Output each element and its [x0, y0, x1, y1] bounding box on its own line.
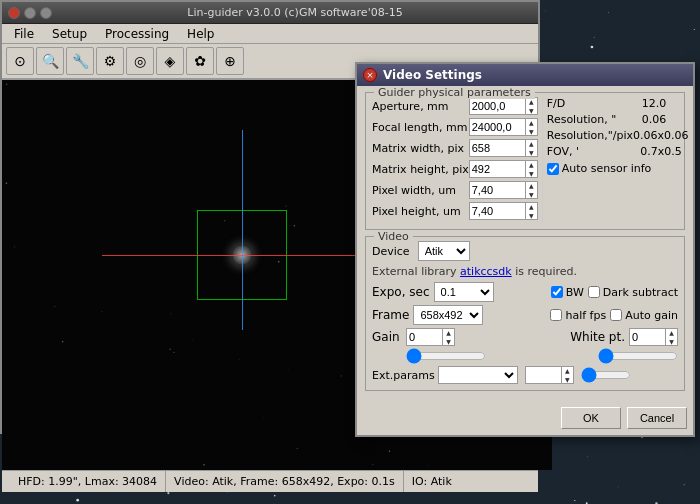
gain-down[interactable]: ▼	[443, 337, 454, 346]
pixel-width-row: Pixel width, um ▲ ▼	[372, 181, 538, 199]
video-settings-dialog: × Video Settings Guider physical paramet…	[355, 62, 695, 437]
menu-processing[interactable]: Processing	[97, 25, 177, 43]
main-window: Lin-guider v3.0.0 (c)GM software'08-15 F…	[0, 0, 700, 504]
pixel-width-label: Pixel width, um	[372, 184, 456, 197]
focal-length-row: Focal length, mm ▲ ▼	[372, 118, 538, 136]
cancel-button[interactable]: Cancel	[627, 407, 687, 429]
aperture-input[interactable]: ▲ ▼	[469, 97, 538, 115]
pixel-height-down[interactable]: ▼	[526, 211, 537, 220]
gain-slider[interactable]	[406, 349, 486, 363]
toolbar-btn-5[interactable]: ◎	[126, 47, 154, 75]
bw-label: BW	[566, 286, 584, 299]
ok-button[interactable]: OK	[561, 407, 621, 429]
toolbar-btn-6[interactable]: ◈	[156, 47, 184, 75]
aperture-field[interactable]	[470, 98, 525, 114]
white-pt-label: White pt.	[570, 330, 625, 344]
minimize-button[interactable]	[24, 7, 36, 19]
white-pt-input[interactable]: ▲ ▼	[629, 328, 678, 346]
pixel-height-up[interactable]: ▲	[526, 202, 537, 211]
matrix-height-down[interactable]: ▼	[526, 169, 537, 178]
expo-row: Expo, sec 0.1 0.5 1.0 BW Dark subtract	[372, 282, 678, 302]
ext-params-up[interactable]: ▲	[562, 366, 573, 375]
ext-params-down[interactable]: ▼	[562, 375, 573, 384]
dialog-close-button[interactable]: ×	[363, 68, 377, 82]
menu-help[interactable]: Help	[179, 25, 222, 43]
guider-params-fieldset: Guider physical parameters Aperture, mm …	[365, 92, 685, 230]
pixel-width-field[interactable]	[470, 182, 525, 198]
gain-up[interactable]: ▲	[443, 328, 454, 337]
resolution-label: Resolution, "	[547, 113, 617, 126]
resolution-pix-row: Resolution,"/pix 0.06x0.06	[547, 129, 682, 142]
matrix-width-field[interactable]	[470, 140, 525, 156]
white-pt-slider[interactable]	[598, 349, 678, 363]
guider-params-left: Aperture, mm ▲ ▼	[372, 97, 538, 223]
expo-select[interactable]: 0.1 0.5 1.0	[434, 282, 494, 302]
ext-params-value-field[interactable]	[526, 367, 561, 383]
menu-file[interactable]: File	[6, 25, 42, 43]
device-select[interactable]: Atik ZWO QHY	[418, 241, 470, 261]
menu-setup[interactable]: Setup	[44, 25, 95, 43]
focal-length-up[interactable]: ▲	[526, 118, 537, 127]
pixel-height-field[interactable]	[470, 203, 525, 219]
auto-sensor-checkbox[interactable]	[547, 163, 559, 175]
pixel-width-up[interactable]: ▲	[526, 181, 537, 190]
toolbar-btn-1[interactable]: ⊙	[6, 47, 34, 75]
focal-length-down[interactable]: ▼	[526, 127, 537, 136]
focal-length-input[interactable]: ▲ ▼	[469, 118, 538, 136]
matrix-height-up[interactable]: ▲	[526, 160, 537, 169]
ext-params-label: Ext.params	[372, 369, 435, 382]
status-hfd: HFD: 1.99", Lmax: 34084	[10, 471, 166, 492]
auto-sensor-label: Auto sensor info	[562, 162, 652, 175]
matrix-width-up[interactable]: ▲	[526, 139, 537, 148]
gain-field[interactable]	[407, 329, 442, 345]
white-pt-up[interactable]: ▲	[666, 328, 677, 337]
pixel-width-spin-arrows: ▲ ▼	[525, 181, 537, 199]
aperture-down[interactable]: ▼	[526, 106, 537, 115]
close-button[interactable]	[8, 7, 20, 19]
frame-select[interactable]: 658x492 320x240 640x480	[413, 305, 483, 325]
app-title: Lin-guider v3.0.0 (c)GM software'08-15	[58, 6, 532, 19]
ext-params-value-input[interactable]: ▲ ▼	[525, 366, 574, 384]
frame-label: Frame	[372, 308, 409, 322]
pixel-height-input[interactable]: ▲ ▼	[469, 202, 538, 220]
dialog-body: Guider physical parameters Aperture, mm …	[357, 86, 693, 403]
aperture-label: Aperture, mm	[372, 100, 449, 113]
gain-input[interactable]: ▲ ▼	[406, 328, 455, 346]
matrix-width-down[interactable]: ▼	[526, 148, 537, 157]
dialog-title-bar: × Video Settings	[357, 64, 693, 86]
matrix-width-row: Matrix width, pix ▲ ▼	[372, 139, 538, 157]
toolbar-btn-4[interactable]: ⚙	[96, 47, 124, 75]
resolution-value: 0.06	[642, 113, 682, 126]
status-video: Video: Atik, Frame: 658x492, Expo: 0.1s	[166, 471, 404, 492]
aperture-row: Aperture, mm ▲ ▼	[372, 97, 538, 115]
auto-gain-checkbox[interactable]	[610, 309, 622, 321]
maximize-button[interactable]	[40, 7, 52, 19]
matrix-width-label: Matrix width, pix	[372, 142, 464, 155]
half-fps-checkbox[interactable]	[550, 309, 562, 321]
bw-checkbox[interactable]	[551, 286, 563, 298]
ext-params-select[interactable]	[438, 366, 518, 384]
toolbar-btn-8[interactable]: ⊕	[216, 47, 244, 75]
dark-subtract-checkbox[interactable]	[588, 286, 600, 298]
toolbar-btn-7[interactable]: ✿	[186, 47, 214, 75]
matrix-width-input[interactable]: ▲ ▼	[469, 139, 538, 157]
pixel-width-down[interactable]: ▼	[526, 190, 537, 199]
matrix-height-input[interactable]: ▲ ▼	[469, 160, 538, 178]
auto-gain-label: Auto gain	[625, 309, 678, 322]
focal-length-field[interactable]	[470, 119, 525, 135]
toolbar-btn-3[interactable]: 🔧	[66, 47, 94, 75]
white-pt-down[interactable]: ▼	[666, 337, 677, 346]
crosshair-vertical	[242, 130, 243, 330]
pixel-width-input[interactable]: ▲ ▼	[469, 181, 538, 199]
ext-library-prefix: External library	[372, 265, 460, 278]
white-pt-field[interactable]	[630, 329, 665, 345]
window-controls	[8, 7, 52, 19]
expo-label: Expo, sec	[372, 285, 430, 299]
status-bar: HFD: 1.99", Lmax: 34084 Video: Atik, Fra…	[2, 470, 538, 492]
gain-row: Gain ▲ ▼ White pt. ▲ ▼	[372, 328, 678, 346]
ext-library-link[interactable]: atikccsdk	[460, 265, 512, 278]
video-fieldset: Video Device Atik ZWO QHY External libra…	[365, 236, 685, 391]
ext-params-slider[interactable]	[581, 368, 631, 382]
toolbar-btn-2[interactable]: 🔍	[36, 47, 64, 75]
matrix-height-field[interactable]	[470, 161, 525, 177]
